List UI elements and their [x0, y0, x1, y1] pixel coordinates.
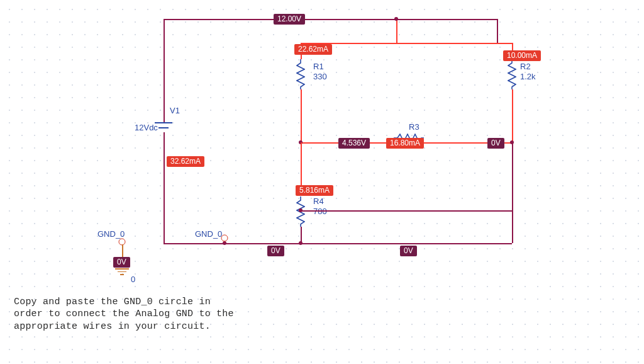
wire-left-lower[interactable]	[164, 132, 165, 243]
gnd-port-circuit[interactable]	[221, 235, 228, 242]
v1-val: 12Vdc	[135, 123, 158, 132]
r2-val: 1.2k	[520, 72, 536, 81]
wire-tr-stub[interactable]	[497, 19, 498, 43]
volt-bot2: 0V	[400, 246, 417, 256]
r2-ref: R2	[520, 62, 531, 71]
resistor-r1[interactable]	[296, 59, 305, 89]
wire-r2-bot[interactable]	[512, 89, 513, 142]
i-r3: 16.80mA	[386, 138, 424, 149]
r4-ref: R4	[313, 196, 324, 206]
volt-midright: 0V	[487, 138, 504, 149]
wire-bottom[interactable]	[164, 243, 512, 244]
gndex-zero: 0	[131, 275, 135, 284]
i-r1: 22.62mA	[294, 44, 332, 55]
wire-top-right1[interactable]	[396, 19, 497, 20]
wire-r1-bot[interactable]	[301, 89, 302, 142]
voltage-top: 12.00V	[274, 14, 305, 25]
schematic-canvas[interactable]: 12.00V V1 12Vdc 32.62mA 22.62mA R1 330 1…	[0, 0, 644, 364]
wire-r4-top[interactable]	[301, 142, 302, 185]
wire-right-bottom[interactable]	[512, 210, 513, 243]
gndex-stem	[122, 244, 123, 258]
gndex-volt: 0V	[113, 257, 130, 268]
r1-val: 330	[313, 72, 327, 81]
r3-ref: R3	[409, 122, 419, 132]
wire-left-upper[interactable]	[164, 19, 165, 122]
r1-ref: R1	[313, 62, 324, 71]
node-lower-l[interactable]	[299, 208, 303, 212]
gndex-label: GND_0	[97, 229, 125, 239]
node-bot-r4[interactable]	[299, 241, 303, 245]
wire-right-lower[interactable]	[512, 142, 513, 210]
i-v1: 32.62mA	[167, 156, 204, 167]
node-gnd[interactable]	[223, 241, 226, 245]
i-r4: 5.816mA	[296, 185, 333, 196]
volt-bot1: 0V	[267, 246, 284, 256]
instruction-text: Copy and paste the GND_0 circle in order…	[14, 296, 234, 333]
wire-sel-topleft[interactable]	[396, 19, 397, 43]
wire-sel-top[interactable]	[396, 43, 513, 44]
analog-gnd-icon[interactable]	[114, 268, 130, 275]
volt-midleft: 4.536V	[338, 138, 370, 149]
r4-val: 780	[313, 207, 327, 216]
v1-ref: V1	[170, 106, 180, 115]
gnd-label: GND_0	[195, 229, 222, 239]
resistor-r2[interactable]	[508, 59, 516, 89]
i-r2: 10.00mA	[503, 50, 541, 61]
node-top[interactable]	[394, 17, 398, 21]
wire-lower-inner[interactable]	[301, 210, 512, 212]
